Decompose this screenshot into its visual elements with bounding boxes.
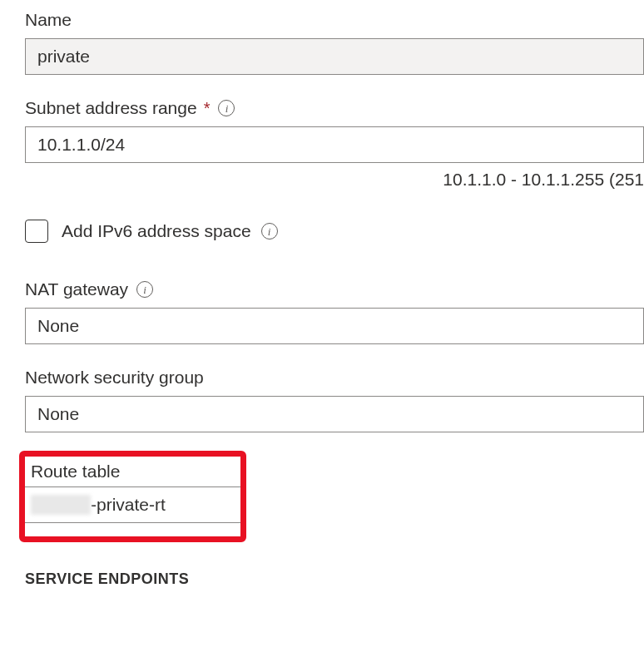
nat-gateway-value: None <box>37 316 79 336</box>
info-icon[interactable]: i <box>136 281 153 298</box>
nsg-field-group: Network security group None <box>25 368 644 432</box>
nsg-label: Network security group <box>25 368 644 388</box>
ipv6-label-text: Add IPv6 address space <box>62 221 251 241</box>
route-table-label: Route table <box>25 462 240 482</box>
nsg-value: None <box>37 404 79 424</box>
subnet-range-label: Subnet address range * i <box>25 98 644 118</box>
route-table-select[interactable]: -private-rt <box>25 486 240 523</box>
route-table-highlight: Route table -private-rt <box>19 451 246 542</box>
subnet-range-input[interactable] <box>25 126 644 163</box>
ipv6-checkbox-label: Add IPv6 address space i <box>62 221 278 241</box>
nsg-label-text: Network security group <box>25 368 204 388</box>
subnet-range-field-group: Subnet address range * i 10.1.1.0 - 10.1… <box>25 98 644 190</box>
ipv6-checkbox-row: Add IPv6 address space i <box>25 220 644 243</box>
nat-gateway-field-group: NAT gateway i None <box>25 279 644 344</box>
info-icon[interactable]: i <box>261 223 278 240</box>
name-field-group: Name <box>25 10 644 75</box>
subnet-range-label-text: Subnet address range <box>25 98 197 118</box>
nat-gateway-select[interactable]: None <box>25 308 644 344</box>
subnet-range-help-text: 10.1.1.0 - 10.1.1.255 (251 <box>25 170 644 190</box>
service-endpoints-heading: SERVICE ENDPOINTS <box>25 570 644 588</box>
route-table-value-suffix: -private-rt <box>91 495 166 515</box>
subnet-form: Name Subnet address range * i 10.1.1.0 -… <box>0 0 644 588</box>
name-label-text: Name <box>25 10 72 30</box>
nat-gateway-label-text: NAT gateway <box>25 279 128 299</box>
name-label: Name <box>25 10 644 30</box>
nat-gateway-label: NAT gateway i <box>25 279 644 299</box>
route-table-label-text: Route table <box>31 462 120 482</box>
info-icon[interactable]: i <box>218 100 235 116</box>
nsg-select[interactable]: None <box>25 396 644 432</box>
name-input[interactable] <box>25 38 644 75</box>
required-asterisk: * <box>204 99 211 118</box>
ipv6-checkbox[interactable] <box>25 220 48 243</box>
redacted-prefix <box>31 495 91 515</box>
